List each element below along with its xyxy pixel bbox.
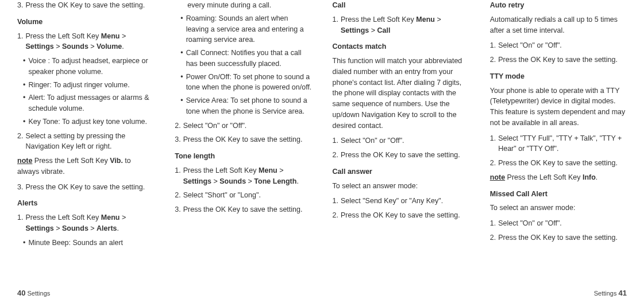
- step-text: Select a setting by pressing the Navigat…: [25, 131, 154, 153]
- step-number: 2.: [333, 150, 338, 161]
- heading-alerts: Alerts: [17, 198, 154, 209]
- step-text: Press the OK Key to save the setting.: [183, 204, 312, 215]
- bullet-text: Service Area: To set phone to sound a to…: [186, 95, 312, 117]
- page-number-left: 40: [17, 289, 25, 297]
- bullet-text: Ringer: To adjust ringer volume.: [28, 80, 154, 91]
- list-item: 1. Select "Send Key" or "Any Key".: [333, 196, 469, 207]
- list-item: •Service Area: To set phone to sound a t…: [180, 95, 311, 117]
- step-number: 1.: [175, 165, 180, 187]
- bullet-text: Minute Beep: Sounds an alert: [28, 238, 154, 248]
- column-1: 3. Press the OK Key to save the setting.…: [17, 0, 154, 287]
- step-text: Select "Short" or "Long".: [183, 190, 312, 201]
- paragraph: To select an answer mode:: [333, 181, 469, 192]
- step-number: 2.: [175, 121, 180, 131]
- bullet-text: Alert: To adjust messages or alarms & sc…: [28, 92, 154, 114]
- step-text: Press the OK Key to save the setting.: [25, 0, 154, 11]
- list-item: •Ringer: To adjust ringer volume.: [23, 80, 154, 91]
- bullet-text: Roaming: Sounds an alert when leaving a …: [186, 13, 312, 45]
- paragraph: This function will match your abbreviate…: [333, 56, 469, 131]
- list-item: 2. Select "On" or "Off".: [175, 121, 311, 131]
- page-columns: 3. Press the OK Key to save the setting.…: [17, 0, 627, 287]
- step-text: Press the Left Soft Key Menu > Settings …: [25, 212, 154, 234]
- heading-contacts-match: Contacts match: [333, 41, 469, 52]
- list-item: •Roaming: Sounds an alert when leaving a…: [180, 13, 311, 45]
- note-text: note Press the Left Soft Key Vib. to alw…: [17, 156, 154, 177]
- step-number: 2.: [333, 210, 338, 221]
- bullet-icon: •: [180, 72, 183, 94]
- step-number: 1.: [490, 218, 496, 229]
- step-text: Press the OK Key to save the setting.: [498, 158, 627, 169]
- step-text: Select "On" or "Off".: [183, 121, 312, 131]
- footer-label-right: Settings: [594, 290, 617, 297]
- heading-tone-length: Tone length: [175, 151, 311, 162]
- step-number: 1.: [333, 135, 338, 146]
- step-text: Select "Send Key" or "Any Key".: [341, 196, 469, 207]
- list-item: 1. Select "On" or "Off".: [490, 218, 627, 229]
- list-item: 1. Select "On" or "Off".: [490, 40, 627, 51]
- list-item: 3. Press the OK Key to save the setting.: [175, 204, 311, 215]
- step-text: Select "On" or "Off".: [498, 40, 627, 51]
- bullet-icon: •: [180, 95, 183, 117]
- step-number: 2.: [175, 190, 180, 201]
- list-item: •Call Connect: Notifies you that a call …: [180, 48, 311, 69]
- heading-tty-mode: TTY mode: [490, 71, 627, 82]
- bullet-icon: •: [23, 238, 25, 248]
- footer-label-left: Settings: [28, 290, 51, 297]
- list-item: •Key Tone: To adjust key tone volume.: [23, 116, 154, 127]
- list-item: 1. Select "On" or "Off".: [333, 135, 469, 146]
- bullet-text: Key Tone: To adjust key tone volume.: [28, 116, 154, 127]
- step-text: Select "TTY Full", "TTY + Talk", "TTY + …: [498, 133, 627, 155]
- step-text: Press the OK Key to save the setting.: [341, 210, 469, 221]
- bullet-text: Voice : To adjust headset, earpiece or s…: [28, 56, 154, 77]
- heading-missed-call-alert: Missed Call Alert: [490, 189, 627, 200]
- list-item: 1. Select "TTY Full", "TTY + Talk", "TTY…: [490, 133, 627, 155]
- list-item: 1. Press the Left Soft Key Menu > Settin…: [17, 212, 154, 234]
- bullet-text: Power On/Off: To set phone to sound a to…: [186, 72, 312, 94]
- page-number-right: 41: [619, 289, 627, 297]
- heading-auto-retry: Auto retry: [490, 0, 627, 11]
- list-item: 2. Press the OK Key to save the setting.: [333, 150, 469, 161]
- list-item: 2. Press the OK Key to save the setting.: [490, 232, 627, 243]
- paragraph: To select an answer mode:: [490, 203, 627, 213]
- step-text: Press the OK Key to save the setting.: [25, 182, 154, 193]
- step-number: 2.: [17, 131, 23, 153]
- paragraph: Your phone is able to operate with a TTY…: [490, 86, 627, 129]
- step-number: 1.: [490, 40, 496, 51]
- step-number: 1.: [333, 196, 338, 207]
- step-text: Press the OK Key to save the setting.: [341, 150, 469, 161]
- bullet-icon: •: [180, 13, 183, 45]
- bullet-icon: •: [23, 80, 25, 91]
- note-text: note Press the Left Soft Key Info.: [490, 172, 627, 183]
- paragraph: Automatically redials a call up to 5 tim…: [490, 14, 627, 36]
- continuation-text: every minute during a call.: [180, 0, 311, 11]
- list-item: 2. Select a setting by pressing the Navi…: [17, 131, 154, 153]
- list-item: •Alert: To adjust messages or alarms & s…: [23, 92, 154, 114]
- step-number: 1.: [333, 14, 338, 36]
- bullet-icon: •: [180, 48, 183, 69]
- step-text: Press the Left Soft Key Menu > Settings …: [25, 31, 154, 53]
- step-number: 3.: [175, 134, 180, 145]
- list-item: 2. Press the OK Key to save the setting.: [490, 55, 627, 65]
- step-number: 1.: [17, 212, 23, 234]
- step-number: 3.: [17, 182, 23, 193]
- heading-call-answer: Call answer: [333, 166, 469, 177]
- step-text: Press the Left Soft Key Menu > Settings …: [183, 165, 312, 187]
- step-text: Press the OK Key to save the setting.: [183, 134, 312, 145]
- step-number: 2.: [490, 232, 496, 243]
- step-number: 3.: [175, 204, 180, 215]
- step-text: Select "On" or "Off".: [498, 218, 627, 229]
- heading-call: Call: [333, 0, 469, 11]
- step-number: 1.: [490, 133, 496, 155]
- bullet-icon: •: [23, 56, 25, 77]
- column-4: Auto retry Automatically redials a call …: [490, 0, 627, 287]
- list-item: •Minute Beep: Sounds an alert: [23, 238, 154, 248]
- list-item: 3. Press the OK Key to save the setting.: [17, 0, 154, 11]
- heading-volume: Volume: [17, 17, 154, 28]
- list-item: 1. Press the Left Soft Key Menu > Settin…: [17, 31, 154, 53]
- step-number: 3.: [17, 0, 23, 11]
- step-number: 2.: [490, 55, 496, 65]
- footer-right: Settings 41: [594, 288, 627, 299]
- list-item: 3. Press the OK Key to save the setting.: [17, 182, 154, 193]
- footer-left: 40 Settings: [17, 288, 50, 299]
- step-text: Press the OK Key to save the setting.: [498, 232, 627, 243]
